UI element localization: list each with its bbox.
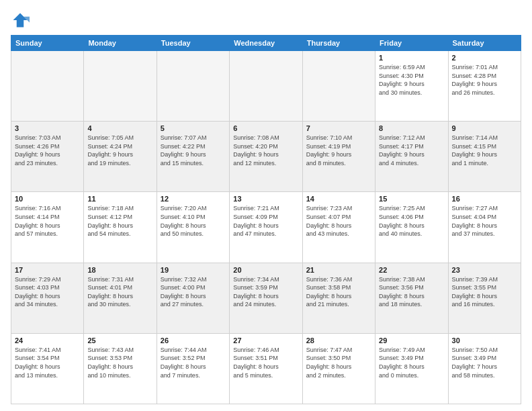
header-monday: Monday [84, 36, 157, 51]
calendar-cell [84, 51, 157, 122]
day-number: 27 [233, 336, 298, 345]
day-number: 19 [161, 266, 226, 274]
day-number: 6 [233, 124, 298, 132]
calendar-cell [230, 51, 302, 122]
day-info: Sunrise: 7:20 AM Sunset: 4:10 PM Dayligh… [161, 204, 226, 238]
header-tuesday: Tuesday [157, 36, 229, 51]
calendar-cell [11, 51, 84, 122]
day-number: 29 [379, 336, 444, 345]
header-sunday: Sunday [11, 36, 84, 51]
day-info: Sunrise: 7:14 AM Sunset: 4:15 PM Dayligh… [452, 134, 517, 167]
svg-marker-0 [13, 13, 28, 28]
day-info: Sunrise: 7:21 AM Sunset: 4:09 PM Dayligh… [233, 204, 298, 238]
day-number: 13 [233, 195, 298, 203]
day-number: 26 [161, 336, 226, 345]
calendar-cell: 9Sunrise: 7:14 AM Sunset: 4:15 PM Daylig… [448, 122, 521, 192]
day-info: Sunrise: 7:29 AM Sunset: 4:03 PM Dayligh… [15, 275, 80, 309]
week-row-3: 10Sunrise: 7:16 AM Sunset: 4:14 PM Dayli… [11, 192, 521, 263]
day-info: Sunrise: 7:36 AM Sunset: 3:58 PM Dayligh… [306, 275, 371, 309]
day-number: 23 [452, 266, 517, 274]
calendar-cell: 23Sunrise: 7:39 AM Sunset: 3:55 PM Dayli… [448, 263, 521, 333]
calendar-cell: 14Sunrise: 7:23 AM Sunset: 4:07 PM Dayli… [302, 192, 375, 263]
day-info: Sunrise: 7:39 AM Sunset: 3:55 PM Dayligh… [452, 275, 517, 309]
day-number: 8 [379, 124, 444, 132]
calendar-cell: 19Sunrise: 7:32 AM Sunset: 4:00 PM Dayli… [157, 263, 229, 333]
day-number: 25 [87, 336, 152, 345]
day-info: Sunrise: 7:47 AM Sunset: 3:50 PM Dayligh… [306, 346, 371, 379]
calendar-cell: 13Sunrise: 7:21 AM Sunset: 4:09 PM Dayli… [230, 192, 302, 263]
day-number: 1 [379, 54, 444, 62]
day-info: Sunrise: 7:25 AM Sunset: 4:06 PM Dayligh… [379, 204, 444, 238]
header-saturday: Saturday [448, 36, 521, 51]
calendar-cell: 4Sunrise: 7:05 AM Sunset: 4:24 PM Daylig… [84, 122, 157, 192]
week-row-4: 17Sunrise: 7:29 AM Sunset: 4:03 PM Dayli… [11, 263, 521, 333]
day-info: Sunrise: 7:44 AM Sunset: 3:52 PM Dayligh… [161, 346, 226, 379]
calendar-cell: 7Sunrise: 7:10 AM Sunset: 4:19 PM Daylig… [302, 122, 375, 192]
day-number: 28 [306, 336, 371, 345]
day-number: 2 [452, 54, 517, 62]
day-info: Sunrise: 7:05 AM Sunset: 4:24 PM Dayligh… [87, 134, 152, 167]
day-info: Sunrise: 7:12 AM Sunset: 4:17 PM Dayligh… [379, 134, 444, 167]
calendar-cell: 30Sunrise: 7:50 AM Sunset: 3:49 PM Dayli… [448, 333, 521, 404]
calendar-cell: 8Sunrise: 7:12 AM Sunset: 4:17 PM Daylig… [375, 122, 448, 192]
calendar-cell: 24Sunrise: 7:41 AM Sunset: 3:54 PM Dayli… [11, 333, 84, 404]
calendar-cell: 28Sunrise: 7:47 AM Sunset: 3:50 PM Dayli… [302, 333, 375, 404]
day-info: Sunrise: 7:18 AM Sunset: 4:12 PM Dayligh… [87, 204, 152, 238]
day-info: Sunrise: 7:01 AM Sunset: 4:28 PM Dayligh… [452, 63, 517, 97]
day-info: Sunrise: 7:32 AM Sunset: 4:00 PM Dayligh… [161, 275, 226, 309]
week-row-2: 3Sunrise: 7:03 AM Sunset: 4:26 PM Daylig… [11, 122, 521, 192]
calendar-cell: 27Sunrise: 7:46 AM Sunset: 3:51 PM Dayli… [230, 333, 302, 404]
day-info: Sunrise: 7:10 AM Sunset: 4:19 PM Dayligh… [306, 134, 371, 167]
calendar-cell: 29Sunrise: 7:49 AM Sunset: 3:49 PM Dayli… [375, 333, 448, 404]
day-number: 14 [306, 195, 371, 203]
day-number: 3 [15, 124, 80, 132]
calendar-header-row: SundayMondayTuesdayWednesdayThursdayFrid… [11, 36, 521, 51]
week-row-5: 24Sunrise: 7:41 AM Sunset: 3:54 PM Dayli… [11, 333, 521, 404]
calendar-cell: 21Sunrise: 7:36 AM Sunset: 3:58 PM Dayli… [302, 263, 375, 333]
day-number: 7 [306, 124, 371, 132]
day-number: 10 [15, 195, 80, 203]
calendar-cell: 11Sunrise: 7:18 AM Sunset: 4:12 PM Dayli… [84, 192, 157, 263]
logo [11, 11, 32, 30]
calendar-table: SundayMondayTuesdayWednesdayThursdayFrid… [11, 35, 521, 404]
day-number: 18 [87, 266, 152, 274]
day-info: Sunrise: 7:16 AM Sunset: 4:14 PM Dayligh… [15, 204, 80, 238]
day-info: Sunrise: 7:34 AM Sunset: 3:59 PM Dayligh… [233, 275, 298, 309]
calendar-cell: 1Sunrise: 6:59 AM Sunset: 4:30 PM Daylig… [375, 51, 448, 122]
day-number: 15 [379, 195, 444, 203]
header-wednesday: Wednesday [230, 36, 302, 51]
calendar-cell: 20Sunrise: 7:34 AM Sunset: 3:59 PM Dayli… [230, 263, 302, 333]
header [11, 11, 521, 30]
calendar-cell: 17Sunrise: 7:29 AM Sunset: 4:03 PM Dayli… [11, 263, 84, 333]
day-info: Sunrise: 7:41 AM Sunset: 3:54 PM Dayligh… [15, 346, 80, 379]
day-number: 5 [161, 124, 226, 132]
calendar-cell: 18Sunrise: 7:31 AM Sunset: 4:01 PM Dayli… [84, 263, 157, 333]
day-number: 16 [452, 195, 517, 203]
calendar-cell: 10Sunrise: 7:16 AM Sunset: 4:14 PM Dayli… [11, 192, 84, 263]
day-number: 20 [233, 266, 298, 274]
week-row-1: 1Sunrise: 6:59 AM Sunset: 4:30 PM Daylig… [11, 51, 521, 122]
day-number: 24 [15, 336, 80, 345]
header-friday: Friday [375, 36, 448, 51]
calendar-cell: 15Sunrise: 7:25 AM Sunset: 4:06 PM Dayli… [375, 192, 448, 263]
calendar-cell: 26Sunrise: 7:44 AM Sunset: 3:52 PM Dayli… [157, 333, 229, 404]
day-info: Sunrise: 7:38 AM Sunset: 3:56 PM Dayligh… [379, 275, 444, 309]
day-number: 12 [161, 195, 226, 203]
calendar-cell: 25Sunrise: 7:43 AM Sunset: 3:53 PM Dayli… [84, 333, 157, 404]
day-info: Sunrise: 6:59 AM Sunset: 4:30 PM Dayligh… [379, 63, 444, 97]
calendar-cell: 16Sunrise: 7:27 AM Sunset: 4:04 PM Dayli… [448, 192, 521, 263]
day-info: Sunrise: 7:03 AM Sunset: 4:26 PM Dayligh… [15, 134, 80, 167]
calendar-cell: 6Sunrise: 7:08 AM Sunset: 4:20 PM Daylig… [230, 122, 302, 192]
day-number: 30 [452, 336, 517, 345]
header-thursday: Thursday [302, 36, 375, 51]
day-info: Sunrise: 7:49 AM Sunset: 3:49 PM Dayligh… [379, 346, 444, 379]
day-number: 4 [87, 124, 152, 132]
calendar-cell: 5Sunrise: 7:07 AM Sunset: 4:22 PM Daylig… [157, 122, 229, 192]
calendar-cell: 12Sunrise: 7:20 AM Sunset: 4:10 PM Dayli… [157, 192, 229, 263]
calendar-cell [157, 51, 229, 122]
day-info: Sunrise: 7:43 AM Sunset: 3:53 PM Dayligh… [87, 346, 152, 379]
day-info: Sunrise: 7:31 AM Sunset: 4:01 PM Dayligh… [87, 275, 152, 309]
day-number: 22 [379, 266, 444, 274]
day-number: 9 [452, 124, 517, 132]
day-number: 11 [87, 195, 152, 203]
